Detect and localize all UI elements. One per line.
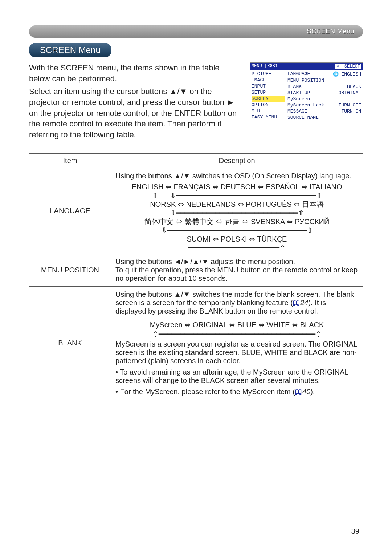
blank-chain-arrow: ⇧━━━━━━━━━━━━━━━━━━━━━━━━━━━━━━━━━━━━⇧ <box>115 331 358 337</box>
osd-left-item: INPUT <box>252 83 285 89</box>
book-icon: 🕮 <box>293 299 300 307</box>
osd-right-row: MyScreen <box>287 96 361 102</box>
osd-right-label: MyScreen <box>287 96 310 102</box>
osd-right-label: START UP <box>287 90 310 96</box>
osd-right-row: MENU POSITION <box>287 77 361 84</box>
globe-icon: 🌐 <box>333 72 342 77</box>
chain-arrow-1: ⇧ ⇩━━━━━━━━━━━━━━━━━━━━━━━━━━━━━━━━⇧ <box>115 193 358 198</box>
chain-arrow-2: ⇩━━━━━━━━━━━━━━━━━━━━━━━━━━━━⇧ <box>115 211 358 215</box>
blank-chain-line: MyScreen ⇔ ORIGINAL ⇔ BLUE ⇔ WHITE ⇔ BLA… <box>115 318 358 331</box>
osd-left-item: MIU <box>252 108 285 114</box>
osd-right-value: 🌐 ENGLISH <box>333 71 361 77</box>
osd-left-item: IMAGE <box>252 77 285 83</box>
osd-body: PICTUREIMAGEINPUTSETUPSCREENOPTIONMIUEAS… <box>250 70 363 125</box>
osd-right-label: SOURCE NAME <box>287 115 319 120</box>
osd-left-item: OPTION <box>252 102 285 108</box>
blank-p1: Using the buttons ▲/▼ switches the mode … <box>115 290 358 315</box>
osd-right-value: ORIGINAL <box>339 90 361 96</box>
osd-right-label: MENU POSITION <box>287 78 324 83</box>
osd-right-column: LANGUAGE🌐 ENGLISHMENU POSITIONBLANKBLACK… <box>285 70 363 125</box>
language-chain: ENGLISH ⇔ FRANÇAIS ⇔ DEUTSCH ⇔ ESPAÑOL ⇔… <box>115 180 358 250</box>
language-lead: Using the buttons ▲/▼ switches the OSD (… <box>115 172 358 180</box>
page: SCREEN Menu SCREEN Menu With the SCREEN … <box>0 0 392 550</box>
osd-right-label: MyScreen Lock <box>287 102 324 108</box>
row-menu-position: MENU POSITION Using the buttons ◄/►/▲/▼ … <box>29 254 363 286</box>
osd-left-item: PICTURE <box>252 71 285 77</box>
page-number: 39 <box>351 527 359 535</box>
th-description: Description <box>111 153 363 168</box>
cell-menupos-desc: Using the buttons ◄/►/▲/▼ adjusts the me… <box>111 254 363 286</box>
table-header-row: Item Description <box>29 153 363 168</box>
section-title: SCREEN Menu <box>29 43 111 57</box>
osd-right-row: SOURCE NAME <box>287 114 361 121</box>
cell-language-desc: Using the buttons ▲/▼ switches the OSD (… <box>111 168 363 254</box>
chain-arrow-3: ⇩━━━━━━━━━━━━━━━━━━━━━━━━━━━━━━━━⇧ <box>115 228 358 232</box>
intro-paragraph-1: With the SCREEN menu, the items shown in… <box>29 62 241 84</box>
osd-left-item: SCREEN <box>252 96 285 102</box>
book-icon: 🕮 <box>295 388 302 396</box>
intro-text: With the SCREEN menu, the items shown in… <box>29 62 241 142</box>
chain-arrow-4: ━━━━━━━━━━━━━━━━━━━━━⇧ <box>115 246 358 250</box>
cell-blank-desc: Using the buttons ▲/▼ switches the mode … <box>111 286 363 400</box>
osd-left-item: EASY MENU <box>252 114 285 120</box>
screen-menu-table: Item Description LANGUAGE Using the butt… <box>29 153 363 400</box>
osd-left-item: SETUP <box>252 89 285 96</box>
osd-right-row: START UPORIGINAL <box>287 90 361 96</box>
osd-right-label: BLANK <box>287 84 302 89</box>
osd-right-row: MESSAGETURN ON <box>287 108 361 114</box>
blank-p4: • For the MyScreen, please refer to the … <box>115 388 358 396</box>
osd-menu: MENU [RGB1] ⏎ :SELECT PICTUREIMAGEINPUTS… <box>250 62 363 125</box>
intro-row: With the SCREEN menu, the items shown in… <box>29 62 363 142</box>
osd-right-value: TURN ON <box>341 109 361 114</box>
row-blank: BLANK Using the buttons ▲/▼ switches the… <box>29 286 363 400</box>
blank-chain: MyScreen ⇔ ORIGINAL ⇔ BLUE ⇔ WHITE ⇔ BLA… <box>115 318 358 337</box>
osd-right-label: MESSAGE <box>287 109 307 114</box>
osd-topbar: MENU [RGB1] ⏎ :SELECT <box>250 63 363 70</box>
osd-right-row: BLANKBLACK <box>287 84 361 90</box>
intro-paragraph-2: Select an item using the cursor buttons … <box>29 86 241 140</box>
cell-blank-item: BLANK <box>29 286 111 400</box>
osd-right-row: LANGUAGE🌐 ENGLISH <box>287 71 361 77</box>
cell-language-item: LANGUAGE <box>29 168 111 254</box>
blank-p2: MyScreen is a screen you can register as… <box>115 340 358 365</box>
row-language: LANGUAGE Using the buttons ▲/▼ switches … <box>29 168 363 254</box>
th-item: Item <box>29 153 111 168</box>
osd-menu-label: MENU [RGB1] <box>252 64 280 69</box>
header-stripe-label: SCREEN Menu <box>307 28 354 35</box>
osd-left-column: PICTUREIMAGEINPUTSETUPSCREENOPTIONMIUEAS… <box>250 70 285 125</box>
blank-ref-24: 24 <box>300 299 308 307</box>
blank-ref-40: 40 <box>302 388 310 396</box>
blank-p3: • To avoid remaining as an afterimage, t… <box>115 368 358 385</box>
osd-right-value: BLACK <box>347 84 361 89</box>
osd-select-label: ⏎ :SELECT <box>335 64 361 69</box>
osd-right-row: MyScreen LockTURN OFF <box>287 102 361 108</box>
osd-right-value: TURN OFF <box>339 102 361 108</box>
osd-right-label: LANGUAGE <box>287 71 310 77</box>
header-stripe: SCREEN Menu <box>29 25 363 38</box>
cell-menupos-item: MENU POSITION <box>29 254 111 286</box>
